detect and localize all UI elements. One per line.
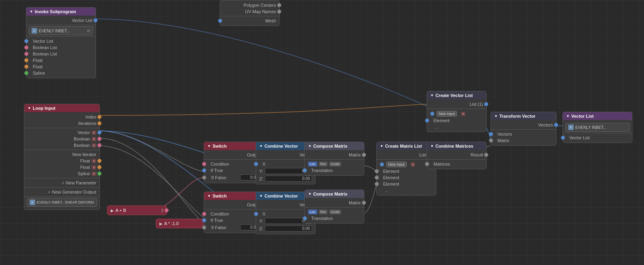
switch-1-iftrue: If True bbox=[204, 167, 263, 174]
float-2-x-btn[interactable]: × bbox=[91, 165, 96, 170]
vector-list-right-node: ▼ Vector List ≡ EVENLY INBET... Vector L… bbox=[563, 112, 632, 143]
compose-matrix-1-rot-btn[interactable]: Rot bbox=[319, 162, 328, 166]
new-iterator-row: New Iterator bbox=[24, 151, 99, 158]
float-2-socket bbox=[24, 65, 28, 69]
boolean-loop-1-row: Boolean × bbox=[24, 136, 99, 142]
vector-list-right-header: ▼ Vector List bbox=[563, 112, 632, 120]
float-loop-1-socket bbox=[97, 159, 101, 163]
transform-vector-vectors-input-socket bbox=[489, 132, 493, 136]
compose-matrix-1-output-socket bbox=[362, 153, 366, 157]
evenly-inbet-right-subpanel[interactable]: ≡ EVENLY INBET... bbox=[565, 123, 630, 132]
compose-matrix-1-translation: Translation bbox=[305, 167, 364, 174]
boolean-1-x-btn[interactable]: × bbox=[91, 137, 96, 141]
combine-matrices-matrices: Matrices bbox=[427, 161, 486, 167]
create-vector-new-input-icon bbox=[430, 112, 434, 116]
create-matrix-new-input-icon bbox=[380, 162, 384, 166]
transform-vector-vectors-output: Vectors bbox=[491, 122, 556, 128]
float-1-x-btn[interactable]: × bbox=[91, 159, 96, 163]
float-2-input: Float bbox=[26, 63, 95, 70]
shear-subpanel-icon: ≡ bbox=[30, 200, 35, 205]
combine-vector-1-x-socket bbox=[254, 162, 258, 166]
create-matrix-element-1: Element bbox=[377, 168, 436, 174]
polygon-node: Polygon Centers UV Map Names Mesh bbox=[220, 0, 280, 26]
boolean-list-1-input: Boolean List bbox=[26, 44, 95, 51]
compose-matrix-1-translation-socket bbox=[303, 168, 307, 172]
create-vector-new-input-row: New Input × bbox=[427, 110, 486, 117]
create-matrix-element-3: Element bbox=[377, 181, 436, 187]
switch-2-iftrue: If True bbox=[204, 217, 263, 223]
vector-x-btn[interactable]: × bbox=[91, 131, 96, 135]
switch-2-iftrue-socket bbox=[202, 218, 206, 222]
polygon-centers-output: Polygon Centers bbox=[220, 2, 279, 8]
float-1-input: Float bbox=[26, 57, 95, 63]
combine-vector-1-z-input[interactable] bbox=[265, 176, 312, 182]
combine-vector-1-z-row: Z: bbox=[256, 175, 315, 182]
evenly-inbet-subpanel[interactable]: ≡ EVENLY INBET... ⚙ bbox=[29, 26, 93, 35]
vector-list-right-input-socket bbox=[561, 136, 565, 140]
create-vector-new-input-x-btn[interactable]: × bbox=[461, 112, 466, 116]
switch-1-iffalse: If False: bbox=[204, 174, 263, 181]
compose-matrix-1-output: Matrix bbox=[305, 152, 364, 158]
combine-vector-2-z-row: Z: bbox=[256, 225, 315, 232]
spline-socket bbox=[24, 71, 28, 75]
spline-loop-row: Spline × bbox=[24, 170, 99, 177]
create-matrix-ellipsis: ... bbox=[377, 187, 436, 194]
compose-matrix-2-loc-btn[interactable]: Loc bbox=[308, 210, 317, 214]
uv-map-names-socket bbox=[277, 10, 281, 14]
loop-input-header: ▼ Loop Input bbox=[24, 104, 99, 112]
boolean-list-2-socket bbox=[24, 52, 28, 56]
create-vector-element-1-socket bbox=[425, 119, 429, 123]
transform-vector-matrix-input: Matrix bbox=[491, 137, 556, 144]
create-vector-ellipsis: ... bbox=[427, 124, 486, 130]
switch-1-iffalse-socket bbox=[202, 176, 206, 180]
transform-vector-node: ▼ Transform Vector Vectors Vectors Matri… bbox=[491, 112, 557, 146]
vector-loop-socket bbox=[97, 131, 101, 134]
create-matrix-element-2: Element bbox=[377, 174, 436, 181]
compose-matrix-2-header: ▼ Compose Matrix bbox=[305, 190, 364, 198]
compose-matrix-2-rot-btn[interactable]: Rot bbox=[319, 210, 328, 214]
spline-x-btn[interactable]: × bbox=[91, 172, 96, 176]
float-1-socket bbox=[24, 58, 28, 62]
create-matrix-new-input-btn[interactable]: New Input bbox=[386, 162, 407, 167]
vector-list-output: Vector List bbox=[26, 17, 95, 24]
float-loop-2-socket bbox=[97, 165, 101, 169]
create-vector-new-input-btn[interactable]: New Input bbox=[437, 111, 457, 117]
vector-loop-row: Vector × bbox=[24, 129, 99, 136]
subpanel-icon: ≡ bbox=[32, 28, 37, 34]
vector-list-socket-right bbox=[93, 18, 97, 22]
compose-matrix-1-node: ▼ Compose Matrix Matrix Loc Rot Scale Tr… bbox=[304, 142, 364, 176]
float-loop-2-row: Float × bbox=[24, 164, 99, 170]
boolean-list-2-input: Boolean List bbox=[26, 51, 95, 57]
create-matrix-new-input-x-btn[interactable]: × bbox=[411, 162, 415, 167]
switch-2-iffalse: If False: bbox=[204, 223, 263, 231]
compose-matrix-1-scale-btn[interactable]: Scale bbox=[329, 162, 342, 166]
switch-1-iftrue-socket bbox=[202, 168, 206, 172]
spline-input: Spline bbox=[26, 70, 95, 76]
combine-matrices-header: ▼ Combine Matrices bbox=[427, 142, 486, 150]
invoke-subprogram-node: ▼ Invoke Subprogram Vector List ≡ EVENLY… bbox=[26, 7, 96, 78]
boolean-loop-2-row: Boolean × bbox=[24, 142, 99, 148]
compose-matrix-1-loc-btn[interactable]: Loc bbox=[308, 162, 317, 166]
boolean-2-x-btn[interactable]: × bbox=[91, 143, 96, 148]
combine-matrices-result: Result bbox=[427, 152, 486, 158]
transform-vector-header: ▼ Transform Vector bbox=[491, 112, 556, 120]
vector-list-right-input: Vector List bbox=[563, 134, 632, 141]
create-vector-element-1: Element bbox=[427, 117, 486, 124]
create-vector-list-node: ▼ Create Vector List List (1) New Input … bbox=[427, 91, 487, 132]
create-vector-list-output: List (1) bbox=[427, 101, 486, 107]
mesh-output: Mesh bbox=[220, 18, 279, 24]
combine-vector-2-z-input[interactable] bbox=[265, 225, 312, 231]
create-vector-list-output-socket bbox=[484, 102, 488, 106]
transform-vector-vectors-input: Vectors bbox=[491, 131, 556, 137]
combine-matrices-matrices-socket bbox=[425, 162, 429, 166]
compose-matrix-2-output: Matrix bbox=[305, 200, 364, 206]
new-generator-row: + New Generator Output bbox=[24, 189, 99, 195]
shear-deform-subpanel[interactable]: ≡ EVENLY INBET.. SHEAR DEFORM bbox=[27, 198, 97, 207]
create-matrix-element-1-socket bbox=[375, 169, 379, 173]
boolean-loop-2-socket bbox=[97, 143, 101, 147]
compose-matrix-2-scale-btn[interactable]: Scale bbox=[329, 210, 342, 214]
spline-loop-socket bbox=[97, 172, 101, 176]
a-plus-b-node: ▶ A + B ‖ bbox=[107, 206, 167, 215]
boolean-loop-1-socket bbox=[97, 137, 101, 141]
switch-1-output: Output bbox=[204, 152, 263, 158]
